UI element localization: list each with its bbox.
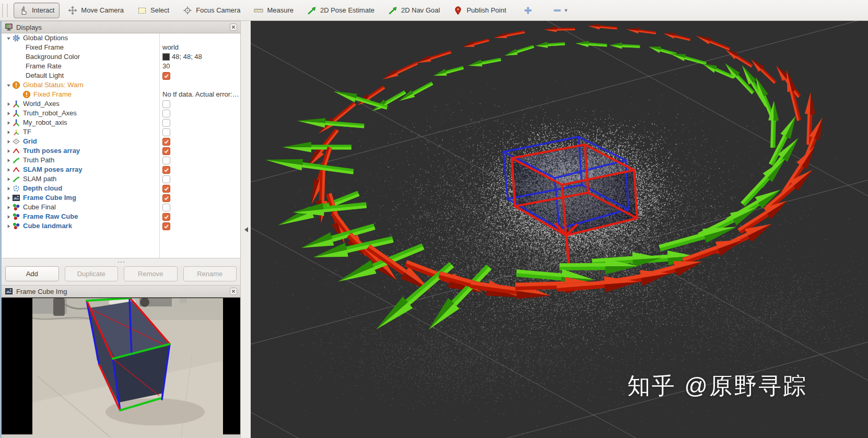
tool-label: 2D Nav Goal (401, 6, 440, 14)
display-row-world-axes[interactable]: World_Axes (2, 99, 240, 109)
row-value-cell[interactable]: No tf data. Actual error:… (160, 90, 240, 99)
visibility-checkbox-checked[interactable] (162, 222, 170, 230)
duplicate-button[interactable]: Duplicate (65, 266, 119, 281)
tool-interact[interactable]: Interact (14, 3, 60, 18)
displays-close-button[interactable] (230, 23, 237, 31)
display-row-frame-cube-img[interactable]: Frame Cube Img (2, 193, 240, 203)
display-row-truth-poses-array[interactable]: Truth poses array (2, 146, 240, 156)
display-row-global-status-warn[interactable]: Global Status: Warn (2, 80, 240, 90)
image-panel-close-button[interactable] (230, 288, 237, 295)
row-value-cell[interactable] (160, 80, 240, 90)
marker-icon (12, 203, 20, 211)
display-row-slam-path[interactable]: SLAM path (2, 174, 240, 184)
expander-closed-icon[interactable] (5, 186, 12, 191)
visibility-checkbox-unchecked[interactable] (162, 175, 170, 183)
display-row-frame-rate[interactable]: Frame Rate30 (2, 62, 240, 71)
row-value-cell[interactable] (160, 71, 240, 80)
display-row-grid[interactable]: Grid (2, 137, 240, 146)
visibility-checkbox-checked[interactable] (162, 185, 170, 193)
expander-closed-icon[interactable] (5, 158, 12, 163)
expander-closed-icon[interactable] (5, 215, 12, 219)
display-row-slam-poses-array[interactable]: SLAM poses array (2, 165, 240, 174)
row-value-cell[interactable]: 30 (160, 62, 240, 71)
row-value-cell[interactable] (160, 221, 240, 231)
row-label: Fixed Frame (33, 90, 72, 99)
display-row-background-color[interactable]: Background Color48; 48; 48 (2, 52, 240, 62)
visibility-checkbox-unchecked[interactable] (162, 119, 170, 127)
visibility-checkbox-unchecked[interactable] (162, 110, 170, 117)
expander-closed-icon[interactable] (5, 111, 12, 116)
remove-button[interactable]: Remove (124, 266, 178, 281)
add-button[interactable]: Add (5, 266, 59, 281)
display-row-depth-cloud[interactable]: Depth cloud (2, 184, 240, 193)
display-row-my-robot-axis[interactable]: My_robot_axis (2, 118, 240, 127)
row-value-cell[interactable]: world (160, 43, 240, 52)
row-value-cell[interactable] (160, 109, 240, 118)
visibility-checkbox-checked[interactable] (162, 138, 170, 146)
left-dock: Displays Global OptionsFixed FrameworldB… (0, 21, 240, 438)
row-value-cell[interactable] (160, 118, 240, 127)
expander-closed-icon[interactable] (5, 177, 12, 182)
row-value-cell[interactable] (160, 156, 240, 165)
visibility-checkbox-unchecked[interactable] (162, 128, 170, 136)
row-name-cell: Global Options (2, 33, 159, 43)
tool-move-camera[interactable]: Move Camera (63, 3, 129, 18)
row-value-cell[interactable] (160, 174, 240, 184)
row-value-cell[interactable] (160, 193, 240, 203)
row-value-cell[interactable]: 48; 48; 48 (160, 52, 240, 62)
tf-icon (12, 128, 20, 136)
visibility-checkbox-checked[interactable] (162, 147, 170, 155)
row-value-cell[interactable] (160, 212, 240, 221)
remove-tool-button[interactable]: ▼ (549, 4, 571, 17)
display-row-cube-landmark[interactable]: Cube landmark (2, 221, 240, 231)
display-row-fixed-frame[interactable]: Fixed FrameNo tf data. Actual error:… (2, 90, 240, 99)
display-row-default-light[interactable]: Default Light (2, 71, 240, 80)
expander-closed-icon[interactable] (5, 139, 12, 144)
row-value-cell[interactable] (160, 165, 240, 174)
visibility-checkbox-checked[interactable] (162, 213, 170, 221)
expander-closed-icon[interactable] (5, 196, 12, 200)
visibility-checkbox-unchecked[interactable] (162, 157, 170, 164)
tool-publish-point[interactable]: Publish Point (448, 3, 511, 18)
display-row-cube-final[interactable]: Cube Final (2, 203, 240, 212)
row-value-cell[interactable] (160, 203, 240, 212)
toolbar-grip-handle[interactable] (2, 4, 8, 17)
visibility-checkbox-unchecked[interactable] (162, 204, 170, 211)
dock-splitter[interactable] (240, 21, 251, 438)
row-label: World_Axes (23, 99, 60, 109)
row-value-cell[interactable] (160, 99, 240, 109)
tool-2d-pose-estimate[interactable]: 2D Pose Estimate (302, 3, 380, 18)
expander-closed-icon[interactable] (5, 168, 12, 172)
collapse-panel-icon[interactable] (244, 227, 248, 232)
visibility-checkbox-unchecked[interactable] (162, 100, 170, 108)
row-value-cell[interactable] (160, 127, 240, 137)
display-row-fixed-frame[interactable]: Fixed Frameworld (2, 43, 240, 52)
add-tool-button[interactable] (520, 4, 536, 17)
tree-splitter-handle[interactable] (2, 258, 240, 266)
tool-select[interactable]: Select (132, 3, 174, 18)
display-row-frame-raw-cube[interactable]: Frame Raw Cube (2, 212, 240, 221)
row-value-cell[interactable] (160, 33, 240, 43)
tool-2d-nav-goal[interactable]: 2D Nav Goal (383, 3, 445, 18)
expander-open-icon[interactable] (5, 36, 12, 41)
expander-closed-icon[interactable] (5, 130, 12, 135)
row-value-cell[interactable] (160, 146, 240, 156)
expander-closed-icon[interactable] (5, 224, 12, 229)
tool-measure[interactable]: Measure (249, 3, 299, 18)
display-row-global-options[interactable]: Global Options (2, 33, 240, 43)
visibility-checkbox-checked[interactable] (162, 166, 170, 174)
expander-closed-icon[interactable] (5, 121, 12, 125)
row-value-cell[interactable] (160, 137, 240, 146)
display-row-truth-path[interactable]: Truth Path (2, 156, 240, 165)
row-value-cell[interactable] (160, 184, 240, 193)
expander-open-icon[interactable] (5, 83, 12, 88)
rename-button[interactable]: Rename (183, 266, 237, 281)
visibility-checkbox-checked[interactable] (162, 194, 170, 202)
display-row-tf[interactable]: TF (2, 127, 240, 137)
expander-closed-icon[interactable] (5, 102, 12, 106)
expander-closed-icon[interactable] (5, 205, 12, 210)
expander-closed-icon[interactable] (5, 149, 12, 153)
tool-focus-camera[interactable]: Focus Camera (178, 3, 245, 18)
display-row-truth-robot-axes[interactable]: Truth_robot_Axes (2, 109, 240, 118)
visibility-checkbox-checked[interactable] (162, 72, 170, 80)
